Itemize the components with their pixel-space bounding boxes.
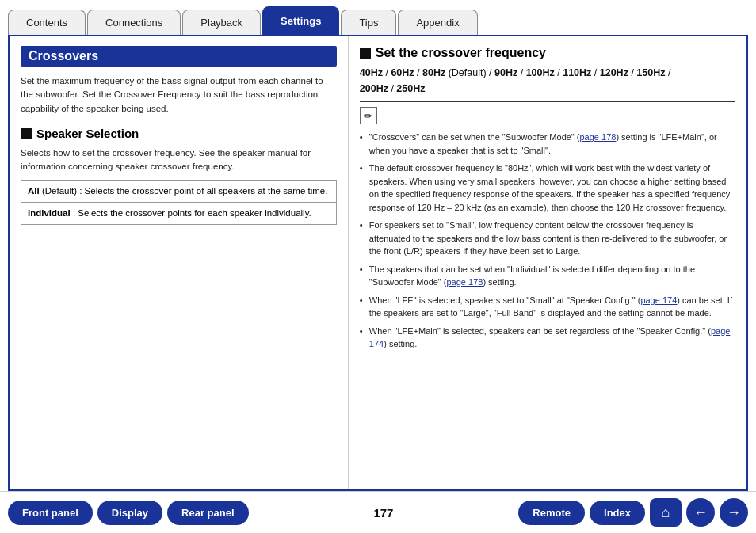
intro-text: Set the maximum frequency of the bass si… [21, 74, 337, 116]
link-page174-2[interactable]: page 174 [369, 326, 731, 349]
freq-150: 150Hz [636, 67, 665, 78]
link-page178-1[interactable]: page 178 [580, 132, 617, 142]
tab-contents[interactable]: Contents [8, 10, 86, 35]
main-content-border: Crossovers Set the maximum frequency of … [8, 35, 748, 491]
tab-settings[interactable]: Settings [262, 6, 339, 35]
note-item-3: For speakers set to "Small", low frequen… [360, 219, 735, 258]
note-item-5: When "LFE" is selected, speakers set to … [360, 294, 735, 320]
table-row: Individual : Selects the crossover point… [21, 202, 337, 224]
rear-panel-button[interactable]: Rear panel [167, 501, 248, 525]
back-button[interactable]: ← [686, 498, 715, 527]
front-panel-button[interactable]: Front panel [8, 501, 93, 525]
frequency-options: 40Hz / 60Hz / 80Hz (Default) / 90Hz / 10… [360, 65, 735, 102]
link-page174-1[interactable]: page 174 [640, 295, 677, 305]
freq-40: 40Hz [360, 67, 383, 78]
forward-icon: → [727, 504, 741, 521]
left-panel: Crossovers Set the maximum frequency of … [10, 36, 349, 489]
freq-80-default: 80Hz [422, 67, 445, 78]
right-section-title: Set the crossover frequency [360, 46, 735, 60]
option-all-name: All [28, 186, 40, 196]
home-button[interactable]: ⌂ [650, 498, 682, 527]
note-item-1: "Crossovers" can be set when the "Subwoo… [360, 131, 735, 157]
option-individual-name: Individual [28, 208, 71, 218]
tab-appendix[interactable]: Appendix [398, 10, 477, 35]
speaker-selection-body: Selects how to set the crossover frequen… [21, 147, 337, 174]
option-individual-desc: : Selects the crossover points for each … [73, 208, 311, 218]
option-individual-cell: Individual : Selects the crossover point… [21, 202, 337, 224]
remote-button[interactable]: Remote [518, 501, 585, 525]
freq-100: 100Hz [526, 67, 555, 78]
tab-playback[interactable]: Playback [182, 10, 261, 35]
note-item-6: When "LFE+Main" is selected, speakers ca… [360, 325, 735, 351]
bottom-bar: Front panel Display Rear panel 177 Remot… [0, 491, 756, 533]
forward-button[interactable]: → [720, 498, 748, 527]
freq-110: 110Hz [563, 67, 591, 78]
display-button[interactable]: Display [97, 501, 162, 525]
notes-list: "Crossovers" can be set when the "Subwoo… [360, 131, 735, 351]
page-number: 177 [254, 506, 514, 520]
black-square-icon [21, 128, 32, 139]
freq-200: 200Hz [360, 83, 388, 94]
option-all-cell: All (Default) : Selects the crossover po… [21, 181, 337, 203]
tab-tips[interactable]: Tips [341, 10, 396, 35]
options-table: All (Default) : Selects the crossover po… [21, 180, 337, 224]
note-item-4: The speakers that can be set when "Indiv… [360, 263, 735, 289]
note-item-2: The default crossover frequency is "80Hz… [360, 162, 735, 214]
freq-90: 90Hz [494, 67, 517, 78]
back-icon: ← [693, 504, 708, 521]
option-all-desc: : Selects the crossover point of all spe… [79, 186, 327, 196]
home-icon: ⌂ [662, 504, 670, 521]
table-row: All (Default) : Selects the crossover po… [21, 181, 337, 203]
speaker-selection-title: Speaker Selection [21, 127, 337, 140]
black-square-icon-right [360, 48, 371, 59]
tab-navigation: Contents Connections Playback Settings T… [0, 0, 756, 35]
section-title: Crossovers [21, 46, 337, 67]
option-all-suffix: (Default) [42, 186, 77, 196]
freq-250: 250Hz [396, 83, 425, 94]
link-page178-2[interactable]: page 178 [447, 277, 483, 287]
tab-connections[interactable]: Connections [87, 10, 181, 35]
freq-60: 60Hz [391, 67, 414, 78]
note-pencil-icon: ✏ [360, 107, 377, 124]
content-area: Crossovers Set the maximum frequency of … [10, 36, 746, 489]
index-button[interactable]: Index [590, 501, 645, 525]
freq-120: 120Hz [600, 67, 628, 78]
right-panel: Set the crossover frequency 40Hz / 60Hz … [349, 36, 746, 489]
